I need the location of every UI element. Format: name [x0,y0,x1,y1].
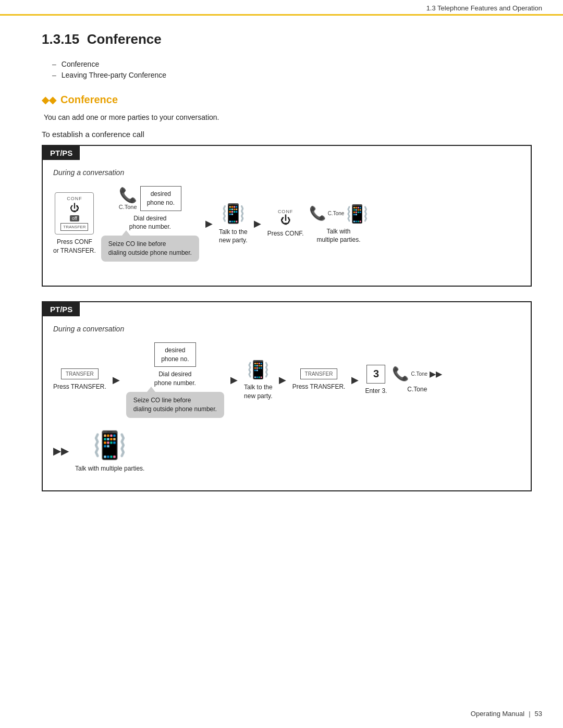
ptps-box-2: PT/PS During a conversation TRANSFER Pre… [42,301,532,492]
arrow-3: ▶ [113,374,120,386]
ctone-label-2: C.Tone [328,211,345,216]
caption-step4: Press CONF. [267,229,304,238]
ptps-box-1: PT/PS During a conversation CONF ⏻ off T… [42,145,532,287]
transfer-label: TRANSFER [60,223,88,231]
flow-row-1: CONF ⏻ off TRANSFER Press CONF or TRANSF… [53,186,520,262]
handset-icon-1: 📞 [119,187,137,204]
caption-step1: Press CONF or TRANSFER. [53,238,96,255]
phone-waves-2: 📳 [346,203,368,224]
step2-4-transfer: TRANSFER Press TRANSFER. [292,368,346,391]
caption2-step5: Enter 3. [365,387,387,396]
conf-label: CONF [67,196,82,201]
caption2-step3: Talk to the new party. [244,383,273,401]
step4-conf: CONF ⏻ Press CONF. [267,209,304,238]
caption-step3: Talk to the new party. [219,228,248,245]
handset-icon-2: 📞 [309,205,326,221]
arrow-6: ▶ [351,374,359,386]
caption2-step2: Dial desired phone number. [154,370,196,388]
top-bar: 1.3 Telephone Features and Operation [0,0,563,16]
step1-conf: CONF ⏻ off TRANSFER Press CONF or TRANSF… [53,192,96,255]
final-row: ▶▶ 📳 Talk with multiple parties. [53,429,520,473]
flow-row-2: TRANSFER Press TRANSFER. ▶ desiredphone … [53,342,520,418]
step2-5-enter3: 3 Enter 3. [365,365,387,396]
ptps-inner-2: During a conversation TRANSFER Press TRA… [43,316,531,491]
description: You can add one or more parties to your … [44,113,532,121]
conf-small-label: CONF [278,209,293,214]
conf-icon: ⏻ [70,203,79,214]
ctone-label-3: C.Tone [411,371,427,377]
step2-3-talk: 📳 Talk to the new party. [244,359,273,401]
subsection-heading: ◆◆ Conference [42,94,532,106]
step2-phone: 📞 C.Tone desiredphone no. Dial desired p… [101,186,199,262]
footer-divider: | [529,710,530,718]
desired-phone-box-1: desiredphone no. [140,186,181,211]
during-conv-1: During a conversation [53,168,520,177]
establish-heading: To establish a conference call [42,130,532,139]
handset-icon-3: 📞 [392,366,409,382]
step2-2-phone: desiredphone no. Dial desired phone numb… [126,342,224,418]
during-conv-2: During a conversation [53,325,520,333]
footer-page: 53 [535,710,542,718]
final-caption: Talk with multiple parties. [75,464,144,473]
callout-1: Seize CO line before dialing outside pho… [101,236,199,262]
arrow-2: ▶ [254,218,261,229]
ptps-inner-1: During a conversation CONF ⏻ off TRANSFE… [43,160,531,286]
num3-box: 3 [366,365,385,384]
step3-talk: 📳 Talk to the new party. [219,203,248,245]
ptps-label-1: PT/PS [43,146,80,160]
transfer-btn-2: TRANSFER [300,368,338,379]
callout-2: Seize CO line before dialing outside pho… [126,392,224,418]
caption2-step6: C.Tone [407,385,427,394]
transfer-btn-1: TRANSFER [61,368,99,379]
caption-step2: Dial desired phone number. [129,214,171,232]
diamonds-icon: ◆◆ [42,94,56,106]
step2-6-ctone: 📞 C.Tone ▶▶ C.Tone [392,366,442,394]
phone-waves-1: 📳 [222,203,245,225]
bullet-list: Conference Leaving Three-party Conferenc… [52,60,532,79]
arrow-1: ▶ [205,218,213,229]
conf-small-icon: ⏻ [280,214,291,226]
phone-waves-final: 📳 [93,429,127,461]
step5-talk-multi: 📞 C.Tone 📳 Talk with multiple parties. [309,203,369,245]
desired-phone-box-2: desiredphone no. [154,342,195,367]
subsection-title: Conference [60,94,118,106]
ctone-label-1: C.Tone [119,204,137,210]
ptps-label-2: PT/PS [43,302,80,316]
header-section: 1.3 Telephone Features and Operation [426,4,542,12]
caption2-step1: Press TRANSFER. [53,382,106,391]
conf-button: CONF ⏻ off TRANSFER [55,192,94,235]
double-arrow-2: ▶▶ [53,445,69,457]
footer: Operating Manual | 53 [0,710,563,718]
caption-step5: Talk with multiple parties. [316,227,360,245]
main-content: 1.3.15 Conference Conference Leaving Thr… [0,16,563,537]
section-title: 1.3.15 Conference [42,31,532,47]
arrow-5: ▶ [279,374,286,386]
phone-waves-3: 📳 [247,359,269,380]
step2-1-transfer: TRANSFER Press TRANSFER. [53,368,106,391]
arrow-4: ▶ [230,374,238,386]
bullet-item-2: Leaving Three-party Conference [52,71,532,79]
double-arrow-1: ▶▶ [430,369,442,379]
bullet-item-1: Conference [52,60,532,68]
caption2-step4: Press TRANSFER. [292,382,346,391]
off-label: off [70,215,79,221]
footer-label: Operating Manual [471,710,524,718]
